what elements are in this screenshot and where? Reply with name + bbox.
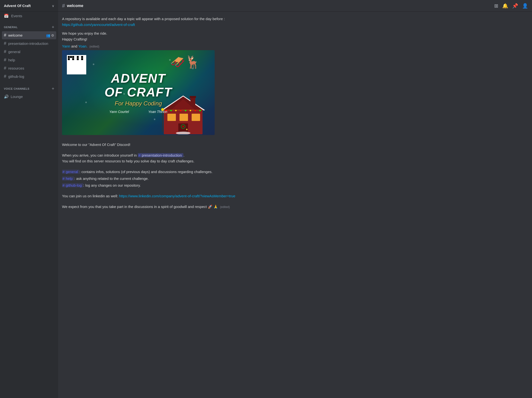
sidebar-item-events[interactable]: 📅 Events xyxy=(0,12,58,20)
message-authors-line: Yann and Yoan. (edited) xyxy=(62,44,528,48)
hash-icon-presentation: # xyxy=(4,41,6,46)
lounge-channel-label: Lounge xyxy=(11,95,23,99)
general-channel-label: general xyxy=(8,50,54,54)
voice-category-label: VOICE CHANNELS xyxy=(4,87,29,90)
author-yoan: Yoan. xyxy=(78,44,87,48)
introduce-message: When you arrive, you can introduce yours… xyxy=(62,152,528,165)
image-title-line2: OF CRAFT xyxy=(105,85,172,99)
image-title-line1: ADVENT xyxy=(105,72,172,85)
svg-rect-6 xyxy=(192,114,200,121)
hash-icon-general: # xyxy=(4,49,6,54)
add-member-icon[interactable]: 👥 xyxy=(46,33,50,37)
sidebar-item-welcome[interactable]: # welcome 👥 ⚙ xyxy=(2,31,56,39)
sidebar-item-github-log[interactable]: # github-log xyxy=(2,72,56,80)
sidebar: Advent Of Craft ∨ 📅 Events GENERAL + # w… xyxy=(0,0,58,398)
svg-point-18 xyxy=(180,110,181,111)
svg-point-10 xyxy=(182,126,184,127)
resources-channel-label: resources xyxy=(8,66,54,70)
hash-icon-welcome: # xyxy=(4,33,6,38)
server-name: Advent Of Craft xyxy=(4,4,31,8)
profile-icon[interactable]: 👤 xyxy=(522,3,528,9)
speaker-icon: 🔊 xyxy=(4,94,9,99)
expect-message: We expect from you that you take part in… xyxy=(62,203,528,210)
enjoy-text: We hope you enjoy the ride. Happy Crafti… xyxy=(62,31,528,42)
image-authors: Yann Courtel Yoan Thirion xyxy=(105,110,172,114)
svg-rect-12 xyxy=(190,96,196,98)
bell-icon[interactable]: 🔔 xyxy=(502,3,508,9)
linkedin-link[interactable]: https://www.linkedin.com/company/advent-… xyxy=(119,194,235,198)
edited-badge: (edited) xyxy=(89,45,99,48)
repo-link[interactable]: https://github.com/yanncourtel/advent-of… xyxy=(62,23,135,27)
voice-section: VOICE CHANNELS + 🔊 Lounge xyxy=(0,82,58,102)
gear-icon[interactable]: ⚙ xyxy=(51,33,54,37)
sidebar-item-presentation-introduction[interactable]: # presentation-introduction xyxy=(2,40,56,48)
svg-point-22 xyxy=(199,110,201,111)
qr-code xyxy=(67,55,86,74)
sleigh-illustration: 🛷🦌 xyxy=(170,55,200,69)
image-author1: Yann Courtel xyxy=(109,110,129,114)
introduce-text: When you arrive, you can introduce yours… xyxy=(62,152,528,164)
advent-image-text: ADVENT OF CRAFT For Happy Coding Yann Co… xyxy=(105,72,172,114)
advent-of-craft-image: ❄ ❄ ❄ ❄ ❄ ❄ ❄ ❄ xyxy=(62,50,215,135)
mention-label: presentation-introduction xyxy=(142,153,182,157)
chevron-down-icon: ∨ xyxy=(52,4,54,8)
svg-point-21 xyxy=(195,110,196,111)
sleigh-emoji: 🛷🦌 xyxy=(170,55,200,69)
svg-point-19 xyxy=(185,110,186,111)
main-content: # welcome ⊞ 🔔 📌 👤 A repository is availa… xyxy=(58,0,532,398)
server-header[interactable]: Advent Of Craft ∨ xyxy=(0,0,58,12)
hash-icon-help: # xyxy=(4,57,6,63)
svg-rect-5 xyxy=(180,114,188,121)
add-voice-channel-button[interactable]: + xyxy=(52,87,54,91)
image-author2: Yoan Thirion xyxy=(148,110,167,114)
intro-message: A repository is available and each day a… xyxy=(62,16,528,137)
general-category-header[interactable]: GENERAL + xyxy=(2,24,56,30)
channel-hash-icon: # xyxy=(62,3,65,9)
channel-action-icons: 👥 ⚙ xyxy=(46,33,54,37)
channel-header-name: welcome xyxy=(67,4,83,8)
welcome-discord-text: Welcome to our "Advent Of Craft" Discord… xyxy=(62,142,528,148)
author-yann: Yann xyxy=(62,44,70,48)
sidebar-item-lounge[interactable]: 🔊 Lounge xyxy=(2,93,56,100)
image-subtitle: For Happy Coding xyxy=(105,100,172,107)
expect-emoji: 🚀 🙏 xyxy=(208,205,218,209)
general-channel-desc: # general : contains infos, solutions (o… xyxy=(62,169,528,175)
calendar-icon: 📅 xyxy=(4,14,9,18)
sidebar-item-resources[interactable]: # resources xyxy=(2,64,56,72)
general-channel-mention[interactable]: # general xyxy=(62,170,79,174)
help-channel-mention[interactable]: # help xyxy=(62,176,74,181)
welcome-discord-message: Welcome to our "Advent Of Craft" Discord… xyxy=(62,141,528,148)
expect-edited-badge: (edited) xyxy=(220,205,230,209)
pin-icon[interactable]: 📌 xyxy=(512,3,518,9)
github-log-channel-mention[interactable]: # github-log xyxy=(62,183,83,187)
github-log-channel-label: github-log xyxy=(8,74,54,79)
linkedin-message: You can join us on linkedin as well: htt… xyxy=(62,193,528,199)
svg-point-17 xyxy=(175,110,177,111)
messages-area[interactable]: A repository is available and each day a… xyxy=(58,12,532,398)
channels-icon[interactable]: ⊞ xyxy=(494,3,498,9)
help-channel-desc: # help : ask anything related to the cur… xyxy=(62,176,528,182)
github-log-channel-desc: # github-log : log any changes on our re… xyxy=(62,183,528,188)
svg-point-20 xyxy=(190,110,191,111)
add-channel-button[interactable]: + xyxy=(52,25,54,29)
general-category-label: GENERAL xyxy=(4,26,18,29)
svg-rect-11 xyxy=(190,97,195,106)
svg-rect-4 xyxy=(167,114,176,121)
channel-header-left: # welcome xyxy=(62,3,83,9)
welcome-channel-label: welcome xyxy=(8,33,46,37)
help-channel-label: help xyxy=(8,58,54,62)
expect-text: We expect from you that you take part in… xyxy=(62,204,528,210)
channel-header-icons: ⊞ 🔔 📌 👤 xyxy=(494,3,528,9)
linkedin-text: You can join us on linkedin as well: htt… xyxy=(62,193,528,199)
presentation-introduction-mention[interactable]: # presentation-introduction xyxy=(138,153,184,157)
intro-text-line1: A repository is available and each day a… xyxy=(62,16,528,28)
sidebar-item-help[interactable]: # help xyxy=(2,56,56,64)
svg-point-8 xyxy=(186,129,188,130)
mention-hash: # xyxy=(139,153,141,157)
presentation-introduction-label: presentation-introduction xyxy=(8,41,54,46)
hash-icon-resources: # xyxy=(4,66,6,71)
hash-icon-github-log: # xyxy=(4,74,6,79)
sidebar-item-general[interactable]: # general xyxy=(2,48,56,56)
voice-category-header[interactable]: VOICE CHANNELS + xyxy=(2,86,56,92)
general-section: GENERAL + # welcome 👥 ⚙ # presentation-i… xyxy=(0,20,58,82)
